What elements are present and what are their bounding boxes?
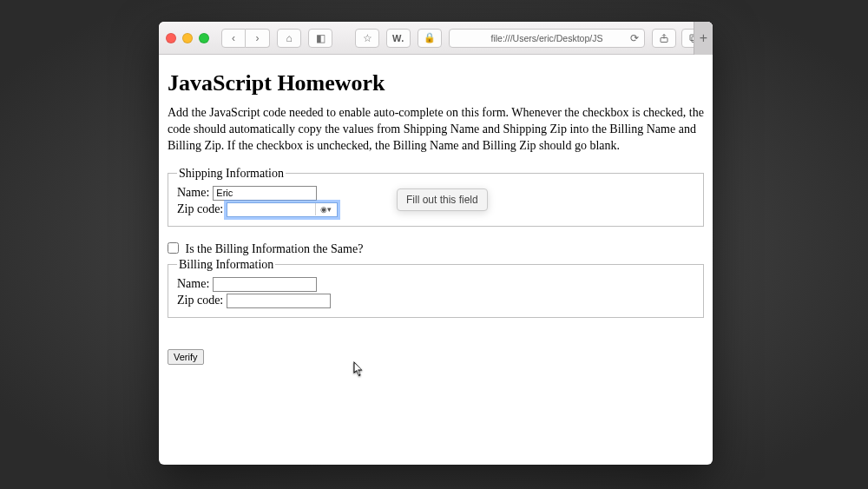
page-content: JavaScript Homework Add the JavaScript c… (159, 55, 713, 375)
sidebar-button[interactable]: ◧ (308, 29, 332, 48)
share-button[interactable] (652, 29, 676, 48)
plus-icon: + (700, 30, 707, 46)
lock-icon: 🔒 (424, 32, 436, 43)
same-info-label: Is the Billing Information the Same? (186, 242, 364, 255)
billing-zip-label: Zip code: (177, 294, 223, 307)
address-text: file:///Users/eric/Desktop/JS (491, 33, 603, 43)
privacy-button[interactable]: 🔒 (418, 29, 442, 48)
shipping-zip-label: Zip code: (177, 202, 223, 216)
billing-zip-input[interactable] (227, 294, 331, 308)
validation-tooltip: Fill out this field (397, 188, 488, 211)
chevron-right-icon: › (256, 32, 260, 44)
shipping-legend: Shipping Information (177, 167, 286, 181)
billing-legend: Billing Information (177, 258, 275, 272)
nav-buttons: ‹ › (221, 29, 270, 48)
browser-toolbar: ‹ › ⌂ ◧ ☆ W. 🔒 file:///Users/eric/Deskto… (159, 22, 713, 55)
same-info-checkbox[interactable] (168, 242, 179, 254)
page-title: JavaScript Homework (168, 70, 704, 96)
safari-window: ‹ › ⌂ ◧ ☆ W. 🔒 file:///Users/eric/Deskto… (159, 22, 713, 465)
reload-icon[interactable]: ⟳ (630, 32, 639, 44)
w-icon: W. (392, 33, 404, 43)
wikipedia-bookmark[interactable]: W. (386, 29, 411, 48)
chevron-left-icon: ‹ (232, 32, 235, 44)
home-icon: ⌂ (286, 32, 292, 44)
close-window-button[interactable] (166, 33, 176, 43)
window-controls (166, 33, 209, 43)
address-bar[interactable]: file:///Users/eric/Desktop/JS ⟳ (449, 29, 645, 48)
billing-name-input[interactable] (213, 277, 317, 292)
star-icon: ☆ (363, 32, 372, 44)
new-tab-button[interactable]: + (694, 22, 713, 55)
shipping-name-label: Name: (177, 186, 209, 200)
zoom-window-button[interactable] (199, 33, 209, 43)
same-info-row: Is the Billing Information the Same? (168, 242, 704, 256)
contacts-autofill-icon[interactable]: ◉▾ (315, 203, 336, 215)
verify-button[interactable]: Verify (168, 349, 204, 365)
billing-name-label: Name: (177, 277, 209, 291)
back-button[interactable]: ‹ (221, 29, 246, 48)
page-intro: Add the JavaScript code needed to enable… (168, 105, 704, 155)
forward-button[interactable]: › (246, 29, 270, 48)
favorites-button[interactable]: ☆ (355, 29, 379, 48)
billing-fieldset: Billing Information Name: Zip code: (168, 258, 704, 318)
home-button[interactable]: ⌂ (277, 29, 301, 48)
minimize-window-button[interactable] (182, 33, 193, 43)
sidebar-icon: ◧ (316, 32, 326, 44)
share-icon (659, 33, 669, 43)
shipping-name-input[interactable] (213, 186, 317, 201)
